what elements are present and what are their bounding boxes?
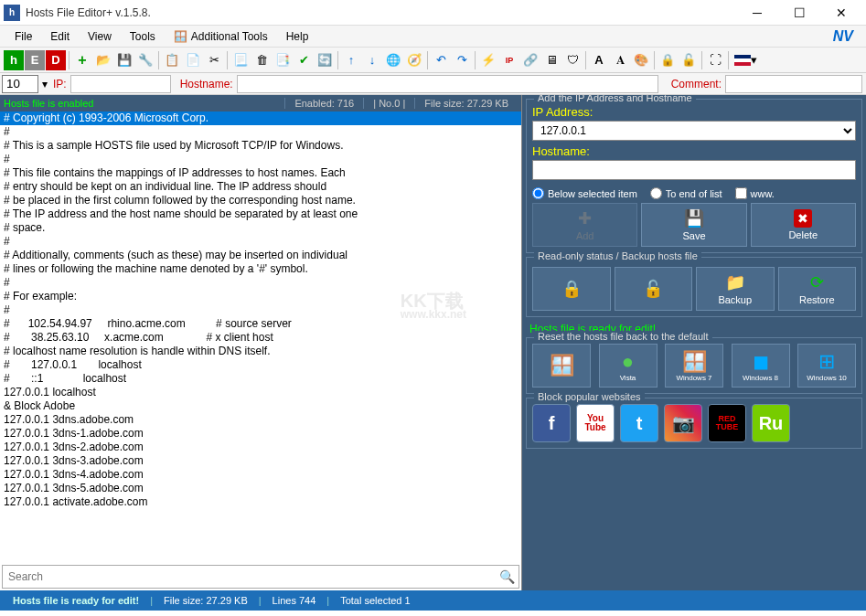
number-dropdown-icon[interactable]: ▾ (40, 78, 49, 90)
ip-address-input[interactable]: 127.0.0.1 (532, 121, 856, 141)
hosts-editor[interactable]: KK下载 www.kkx.net # Copyright (c) 1993-20… (0, 112, 521, 563)
filter-ip-input[interactable] (70, 75, 171, 93)
block-twitter-button[interactable]: t (620, 404, 658, 442)
search-input[interactable] (3, 567, 495, 587)
editor-line[interactable]: # Copyright (c) 1993-2006 Microsoft Corp… (0, 112, 521, 125)
editor-line[interactable]: # (0, 153, 521, 166)
reset-win10-button[interactable]: ⊞Windows 10 (797, 344, 856, 388)
menu-edit[interactable]: Edit (41, 27, 79, 46)
block-rutracker-button[interactable]: Ru (752, 404, 790, 442)
editor-line[interactable]: # The IP address and the host name shoul… (0, 207, 521, 221)
reset-xp-button[interactable]: 🪟 (532, 344, 591, 388)
editor-line[interactable]: 127.0.0.1 localhost (0, 386, 521, 399)
open-folder-icon[interactable]: 📂 (93, 50, 113, 70)
browser-icon[interactable]: 🧭 (404, 50, 424, 70)
unlock-icon[interactable]: 🔓 (679, 50, 699, 70)
block-instagram-button[interactable]: 📷 (664, 404, 702, 442)
lock-icon[interactable]: 🔒 (658, 50, 678, 70)
lock-readonly-button[interactable]: 🔒 (532, 267, 611, 311)
editor-line[interactable]: # This is a sample HOSTS file used by Mi… (0, 139, 521, 153)
move-up-icon[interactable]: ↑ (341, 50, 361, 70)
editor-line[interactable]: # localhost name resolution is handle wi… (0, 345, 521, 358)
check-icon[interactable]: ✔ (294, 50, 314, 70)
text-size-icon[interactable]: A (589, 50, 609, 70)
monitor-icon[interactable]: 🖥 (541, 50, 561, 70)
backup-button[interactable]: 📁Backup (696, 267, 775, 311)
duplicate-icon[interactable]: 📑 (273, 50, 293, 70)
maximize-button[interactable]: ☐ (778, 0, 820, 26)
add-icon[interactable]: + (72, 50, 92, 70)
redo-icon[interactable]: ↷ (452, 50, 472, 70)
editor-line[interactable]: # (0, 303, 521, 317)
line-number-input[interactable] (2, 75, 38, 93)
tools-icon[interactable]: 🔧 (135, 50, 155, 70)
editor-line[interactable]: # 38.25.63.10 x.acme.com # x client host (0, 331, 521, 345)
undo-icon[interactable]: ↶ (431, 50, 451, 70)
editor-line[interactable]: 127.0.0.1 3dns-4.adobe.com (0, 468, 521, 482)
editor-line[interactable]: # lines or following the machine name de… (0, 262, 521, 276)
block-redtube-button[interactable]: REDTUBE (708, 404, 746, 442)
editor-line[interactable]: # 102.54.94.97 rhino.acme.com # source s… (0, 317, 521, 331)
editor-line[interactable]: # (0, 276, 521, 290)
enable-e-button[interactable]: E (25, 50, 45, 70)
paste-icon[interactable]: 📄 (183, 50, 203, 70)
color-icon[interactable]: 🎨 (631, 50, 651, 70)
unlock-readonly-button[interactable]: 🔓 (615, 267, 693, 311)
refresh-icon[interactable]: 🔄 (315, 50, 335, 70)
editor-line[interactable]: & Block Adobe (0, 399, 521, 413)
network-icon[interactable]: 🔗 (520, 50, 540, 70)
reset-win8-button[interactable]: ◼Windows 8 (732, 344, 790, 388)
font-icon[interactable]: 𝐀 (610, 50, 630, 70)
ip-icon[interactable]: IP (499, 50, 519, 70)
disable-d-button[interactable]: D (46, 50, 66, 70)
editor-line[interactable]: # ::1 localhost (0, 372, 521, 386)
editor-line[interactable]: 127.0.0.1 activate.adobe.com (0, 495, 521, 509)
shield-icon[interactable]: 🛡 (562, 50, 583, 70)
reset-win7-button[interactable]: 🪟Windows 7 (665, 344, 723, 388)
fullscreen-icon[interactable]: ⛶ (705, 50, 725, 70)
editor-line[interactable]: 127.0.0.1 3dns-3.adobe.com (0, 454, 521, 468)
menu-additional-tools[interactable]: 🪟 Additional Tools (165, 27, 277, 46)
cut-icon[interactable]: ✂ (204, 50, 224, 70)
editor-line[interactable]: # be placed in the first column followed… (0, 194, 521, 207)
filter-comment-input[interactable] (725, 75, 862, 93)
new-doc-icon[interactable]: 📃 (230, 50, 251, 70)
editor-line[interactable]: # space. (0, 221, 521, 235)
radio-below-selected[interactable]: Below selected item (532, 187, 637, 199)
checkbox-www[interactable]: www. (735, 187, 775, 199)
editor-line[interactable]: 127.0.0.1 3dns-1.adobe.com (0, 427, 521, 441)
minimize-button[interactable]: ─ (736, 0, 778, 26)
editor-line[interactable]: # (0, 125, 521, 139)
delete-line-icon[interactable]: 🗑 (251, 50, 272, 70)
menu-help[interactable]: Help (277, 27, 318, 46)
hosts-h-button[interactable]: h (4, 50, 24, 70)
move-down-icon[interactable]: ↓ (362, 50, 382, 70)
editor-line[interactable]: 127.0.0.1 3dns.adobe.com (0, 413, 521, 427)
menu-tools[interactable]: Tools (121, 27, 165, 46)
block-youtube-button[interactable]: YouTube (576, 404, 615, 442)
radio-end-of-list[interactable]: To end of list (650, 187, 722, 199)
delete-button[interactable]: ✖ Delete (751, 203, 856, 247)
save-icon[interactable]: 💾 (114, 50, 134, 70)
block-facebook-button[interactable]: f (532, 404, 571, 442)
editor-line[interactable]: # Additionally, comments (such as these)… (0, 249, 521, 262)
editor-line[interactable]: 127.0.0.1 3dns-5.adobe.com (0, 482, 521, 495)
editor-line[interactable]: # For example: (0, 290, 521, 303)
save-button[interactable]: 💾 Save (641, 203, 746, 247)
hostname-input[interactable] (532, 160, 856, 180)
editor-line[interactable]: # This file contains the mappings of IP … (0, 166, 521, 180)
editor-line[interactable]: # entry should be kept on an individual … (0, 180, 521, 194)
globe-icon[interactable]: 🌐 (383, 50, 403, 70)
menu-view[interactable]: View (79, 27, 121, 46)
close-button[interactable]: ✕ (820, 0, 862, 26)
editor-line[interactable]: # (0, 235, 521, 249)
editor-line[interactable]: # 127.0.0.1 localhost (0, 358, 521, 372)
restore-button[interactable]: ⟳Restore (778, 267, 857, 311)
filter-hostname-input[interactable] (237, 75, 658, 93)
editor-line[interactable]: 127.0.0.1 3dns-2.adobe.com (0, 441, 521, 454)
copy-icon[interactable]: 📋 (162, 50, 182, 70)
reset-vista-button[interactable]: ●Vista (599, 344, 658, 388)
menu-file[interactable]: File (5, 27, 41, 46)
language-flag-icon[interactable]: ▾ (732, 50, 759, 70)
flush-dns-icon[interactable]: ⚡ (478, 50, 498, 70)
